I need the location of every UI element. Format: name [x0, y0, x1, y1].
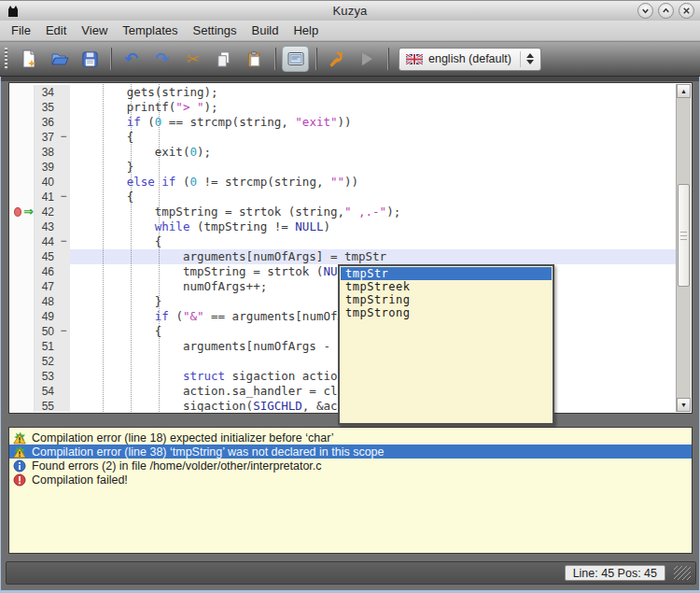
- icon-margin[interactable]: [10, 85, 35, 100]
- run-button[interactable]: [354, 46, 381, 72]
- code-text[interactable]: arguments[numOfArgs] = tmpStr: [70, 249, 676, 264]
- language-select[interactable]: english (default): [399, 48, 541, 71]
- icon-margin[interactable]: [10, 324, 35, 339]
- icon-margin[interactable]: ⇒: [10, 205, 35, 219]
- icon-margin[interactable]: [10, 369, 35, 384]
- toolbar-grip[interactable]: [5, 48, 7, 70]
- menu-item-edit[interactable]: Edit: [38, 21, 74, 39]
- fold-margin: [57, 100, 70, 115]
- scroll-up-button[interactable]: ▲: [677, 84, 691, 98]
- icon-margin[interactable]: [10, 234, 35, 249]
- close-button[interactable]: [679, 3, 694, 19]
- code-text[interactable]: else if (0 != strcmp(string, "")): [70, 175, 676, 190]
- code-text[interactable]: gets(string);: [70, 85, 676, 100]
- build-message-row[interactable]: Found errors (2) in file /home/volder/ot…: [9, 459, 692, 473]
- completion-item-tmpStr[interactable]: tmpStr: [341, 267, 552, 280]
- autocomplete-popup[interactable]: tmpStrtmpStreektmpStringtmpStrong: [338, 264, 554, 425]
- fold-marker[interactable]: −: [57, 234, 70, 249]
- icon-margin[interactable]: [10, 279, 35, 294]
- build-settings-button[interactable]: [323, 46, 350, 72]
- code-line-43[interactable]: 43 while (tmpString != NULL): [10, 219, 676, 234]
- completion-item-tmpStrong[interactable]: tmpStrong: [341, 306, 552, 319]
- fold-marker[interactable]: −: [57, 190, 70, 205]
- code-line-39[interactable]: 39 }: [10, 160, 676, 175]
- paste-button[interactable]: [241, 46, 268, 72]
- build-message-row[interactable]: Compilation failed!: [9, 473, 692, 487]
- code-line-44[interactable]: 44− {: [10, 234, 676, 249]
- code-line-41[interactable]: 41− {: [10, 190, 676, 205]
- scrollbar-thumb[interactable]: [678, 184, 690, 287]
- code-line-34[interactable]: 34 gets(string);: [10, 85, 676, 100]
- icon-margin[interactable]: [10, 354, 35, 369]
- completion-item-tmpString[interactable]: tmpString: [341, 293, 552, 306]
- code-text[interactable]: exit(0);: [70, 145, 676, 160]
- build-message-row[interactable]: Compilation error (line 18) expected ini…: [9, 431, 692, 445]
- info-icon: [13, 459, 26, 473]
- icon-margin[interactable]: [10, 384, 35, 399]
- fold-margin: [57, 205, 70, 219]
- new-file-button[interactable]: [15, 46, 42, 72]
- icon-margin[interactable]: [10, 145, 35, 160]
- icon-margin[interactable]: [10, 339, 35, 354]
- menu-item-help[interactable]: Help: [286, 21, 326, 39]
- fold-marker[interactable]: −: [57, 130, 70, 145]
- code-text[interactable]: {: [70, 234, 676, 249]
- code-text[interactable]: }: [70, 160, 676, 175]
- code-line-40[interactable]: 40 else if (0 != strcmp(string, "")): [10, 175, 676, 190]
- icon-margin[interactable]: [10, 175, 35, 190]
- minimize-button[interactable]: [637, 3, 653, 19]
- toolbar: ↶ ↷ ✂ english (default): [0, 41, 700, 77]
- code-line-35[interactable]: 35 printf("> ");: [10, 100, 676, 115]
- copy-button[interactable]: [210, 46, 237, 72]
- icon-margin[interactable]: [10, 399, 35, 412]
- icon-margin[interactable]: [10, 130, 35, 145]
- code-text[interactable]: printf("> ");: [70, 100, 676, 115]
- icon-margin[interactable]: [10, 100, 35, 115]
- menu-item-build[interactable]: Build: [245, 21, 287, 39]
- breakpoint-icon[interactable]: [14, 207, 21, 217]
- icon-margin[interactable]: [10, 294, 35, 309]
- scroll-down-button[interactable]: ▼: [677, 398, 691, 412]
- icon-margin[interactable]: [10, 249, 35, 264]
- icon-margin[interactable]: [10, 115, 35, 130]
- code-line-38[interactable]: 38 exit(0);: [10, 145, 676, 160]
- error-icon: [13, 473, 26, 487]
- code-text[interactable]: if (0 == strcmp(string, "exit")): [70, 115, 676, 130]
- cut-button[interactable]: ✂: [179, 46, 206, 72]
- terminal-toggle-button[interactable]: [282, 46, 309, 72]
- code-line-36[interactable]: 36 if (0 == strcmp(string, "exit")): [10, 115, 676, 130]
- code-text[interactable]: {: [70, 190, 676, 205]
- code-text[interactable]: tmpString = strtok (string," ,.-");: [70, 205, 676, 219]
- open-file-button[interactable]: [46, 46, 73, 72]
- vertical-scrollbar[interactable]: ▲ ▼: [676, 84, 691, 412]
- code-line-42[interactable]: ⇒42 tmpString = strtok (string," ,.-");: [10, 205, 676, 219]
- caret-position-indicator: Line: 45 Pos: 45: [565, 565, 665, 581]
- menu-item-file[interactable]: File: [4, 21, 38, 39]
- menu-item-settings[interactable]: Settings: [186, 21, 245, 39]
- build-output-panel[interactable]: Compilation error (line 18) expected ini…: [8, 427, 693, 554]
- fold-margin: [57, 309, 70, 324]
- menu-item-templates[interactable]: Templates: [115, 21, 185, 39]
- icon-margin[interactable]: [10, 160, 35, 175]
- line-number: 45: [35, 249, 57, 264]
- save-file-button[interactable]: [77, 46, 104, 72]
- maximize-button[interactable]: [658, 3, 674, 19]
- code-text[interactable]: while (tmpString != NULL): [70, 219, 676, 234]
- redo-button[interactable]: ↷: [148, 46, 175, 72]
- titlebar[interactable]: Kuzya: [0, 0, 700, 21]
- completion-item-tmpStreek[interactable]: tmpStreek: [341, 280, 552, 293]
- icon-margin[interactable]: [10, 219, 35, 234]
- icon-margin[interactable]: [10, 190, 35, 205]
- menu-item-view[interactable]: View: [74, 21, 115, 39]
- resize-grip[interactable]: [674, 566, 691, 580]
- icon-margin[interactable]: [10, 264, 35, 279]
- code-line-45[interactable]: 45 arguments[numOfArgs] = tmpStr: [10, 249, 676, 264]
- undo-button[interactable]: ↶: [118, 46, 145, 72]
- language-select-label: english (default): [428, 52, 511, 65]
- build-message-row[interactable]: Compilation error (line 38) ‘tmpString’ …: [9, 445, 692, 459]
- fold-marker[interactable]: −: [57, 324, 70, 339]
- line-number: 53: [35, 369, 57, 384]
- icon-margin[interactable]: [10, 309, 35, 324]
- code-line-37[interactable]: 37− {: [10, 130, 676, 145]
- code-text[interactable]: {: [70, 130, 676, 145]
